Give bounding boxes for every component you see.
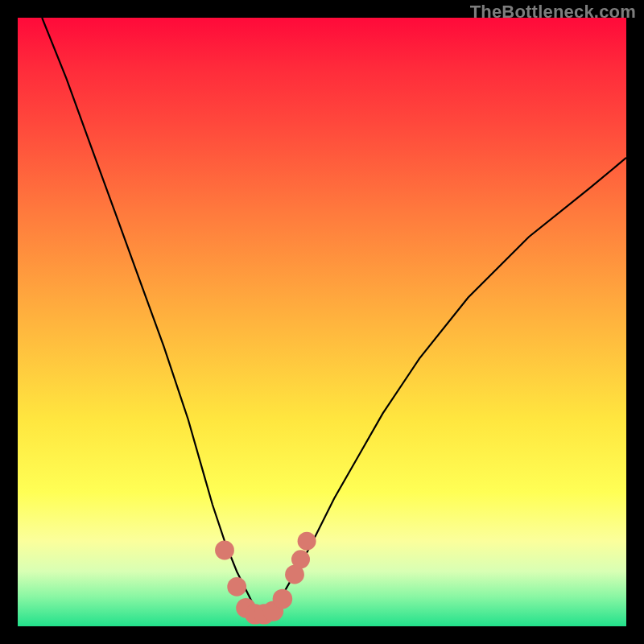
highlight-dot (285, 565, 304, 584)
highlight-dot (254, 604, 275, 624)
highlight-dot (236, 598, 256, 618)
highlight-dot (227, 577, 246, 597)
highlight-dot (215, 541, 234, 560)
highlight-dot (298, 532, 316, 551)
highlight-dot (273, 589, 293, 609)
highlight-dot (263, 601, 283, 621)
highlight-dot (291, 550, 310, 568)
chart-svg (18, 18, 626, 626)
chart-area (18, 18, 626, 626)
highlight-dots (215, 532, 316, 625)
highlight-dot (245, 604, 265, 624)
watermark-text: TheBottleneck.com (470, 2, 636, 23)
bottleneck-curve (42, 18, 626, 614)
